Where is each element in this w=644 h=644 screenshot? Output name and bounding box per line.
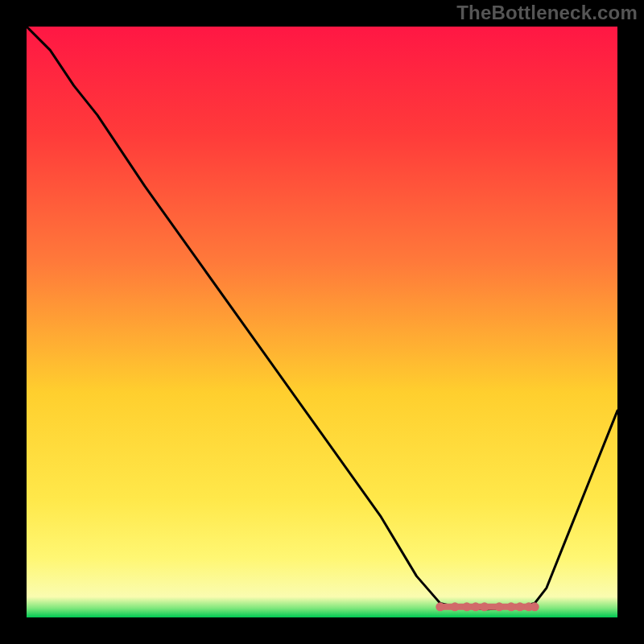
chart-svg: [0, 0, 644, 644]
watermark-text: TheBottleneck.com: [456, 2, 638, 24]
optimal-marker: [530, 602, 539, 611]
chart-frame: TheBottleneck.com: [0, 0, 644, 644]
optimal-marker: [480, 602, 489, 611]
optimal-marker: [436, 602, 444, 611]
optimal-marker: [462, 602, 471, 611]
optimal-marker: [515, 602, 524, 611]
optimal-marker: [451, 602, 460, 611]
optimal-marker: [506, 602, 515, 611]
plot-background: [27, 27, 617, 617]
optimal-marker: [471, 602, 480, 611]
optimal-marker: [495, 602, 504, 611]
